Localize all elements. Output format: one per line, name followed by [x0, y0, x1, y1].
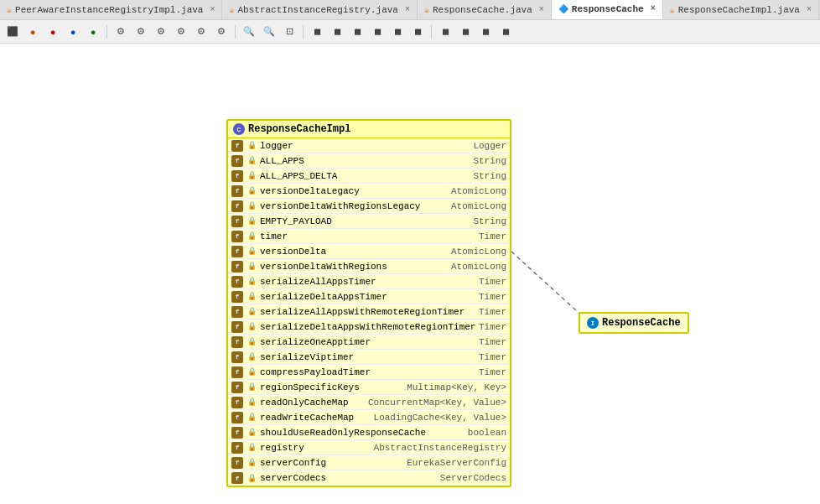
field-row: f 🔒 regionSpecificKeys Multimap<Key, Key…	[228, 380, 510, 395]
field-row: f 🔒 serializeDeltaAppsTimer Timer	[228, 289, 510, 304]
field-lock-icon: 🔒	[246, 442, 257, 454]
field-visibility-icon: f	[231, 351, 243, 363]
tab-label: ResponseCache.java	[433, 5, 532, 15]
toolbar-btn-12[interactable]: ◼	[308, 23, 326, 40]
toolbar-btn-15[interactable]: ◼	[368, 23, 387, 40]
toolbar-btn-3[interactable]: ●	[44, 23, 62, 40]
class-name: ResponseCacheImpl	[248, 123, 350, 135]
tab-close-btn[interactable]: ×	[539, 5, 544, 14]
field-name: serializeAllAppsTimer	[260, 277, 476, 287]
tab-abstract-instance[interactable]: ☕ AbstractInstanceRegistry.java ×	[222, 0, 417, 19]
field-type: Timer	[479, 307, 506, 317]
class-icon: C	[233, 123, 245, 135]
field-row: f 🔒 serializeOneApptimer Timer	[228, 335, 510, 350]
main-area: C ResponseCacheImpl f 🔒 logger Logger f …	[0, 44, 820, 504]
tab-response-cache-impl[interactable]: ☕ ResponseCacheImpl.java ×	[663, 0, 819, 19]
zoom-out-btn[interactable]: 🔍	[240, 23, 258, 40]
interface-icon: 🔷	[558, 4, 568, 14]
field-name: serverConfig	[260, 458, 404, 468]
field-type: AtomicLong	[451, 247, 506, 257]
field-type-registry: AbstractInstanceRegistry	[374, 443, 506, 453]
field-row: f 🔒 serializeViptimer Timer	[228, 350, 510, 365]
tab-close-btn[interactable]: ×	[651, 4, 656, 13]
field-visibility-icon: f	[231, 397, 243, 408]
field-type: LoadingCache<Key, Value>	[374, 413, 506, 423]
toolbar-btn-8[interactable]: ⚙	[152, 23, 170, 40]
field-visibility-icon: f	[231, 185, 243, 197]
tab-close-btn[interactable]: ×	[807, 5, 812, 14]
toolbar-btn-14[interactable]: ◼	[348, 23, 366, 40]
tab-peer-aware[interactable]: ☕ PeerAwareInstanceRegistryImpl.java ×	[0, 0, 222, 19]
field-lock-icon: 🔒	[246, 412, 257, 423]
toolbar-btn-10[interactable]: ⚙	[192, 23, 210, 40]
field-row: f 🔒 EMPTY_PAYLOAD String	[228, 214, 510, 229]
toolbar-btn-13[interactable]: ◼	[328, 23, 346, 40]
java-icon: ☕	[670, 5, 675, 15]
field-name: serverCodecs	[260, 473, 438, 483]
field-lock-icon: 🔒	[246, 397, 257, 408]
field-row: f 🔒 serializeAllAppsTimer Timer	[228, 274, 510, 289]
field-visibility-icon: f	[231, 427, 243, 439]
toolbar-btn-11[interactable]: ⚙	[212, 23, 231, 40]
svg-line-0	[511, 252, 587, 320]
field-visibility-icon: f	[231, 366, 243, 378]
field-visibility-icon: f	[231, 155, 243, 167]
field-name: logger	[260, 141, 470, 151]
field-lock-icon: 🔒	[246, 291, 257, 303]
toolbar-btn-1[interactable]: ⬛	[3, 23, 22, 40]
tab-label: ResponseCache	[572, 4, 644, 14]
toolbar-btn-20[interactable]: ◼	[476, 23, 495, 40]
field-type: Timer	[479, 367, 506, 377]
toolbar-btn-2[interactable]: ●	[23, 23, 42, 40]
field-type: String	[473, 171, 506, 181]
java-icon: ☕	[229, 5, 234, 15]
field-type: Timer	[479, 231, 506, 242]
field-visibility-icon: f	[231, 457, 243, 469]
field-name: ALL_APPS	[260, 156, 470, 166]
field-visibility-icon: f	[231, 261, 243, 273]
field-lock-icon: 🔒	[246, 306, 257, 318]
field-name: ALL_APPS_DELTA	[260, 171, 470, 181]
zoom-in-btn[interactable]: 🔍	[260, 23, 278, 40]
field-visibility-icon: f	[231, 231, 243, 242]
toolbar-btn-9[interactable]: ⚙	[172, 23, 190, 40]
field-type: ConcurrentMap<Key, Value>	[368, 397, 506, 408]
field-name: versionDeltaLegacy	[260, 186, 449, 196]
field-lock-icon: 🔒	[246, 366, 257, 378]
toolbar-btn-16[interactable]: ◼	[388, 23, 407, 40]
field-name: shouldUseReadOnlyResponseCache	[260, 428, 465, 438]
field-row: f 🔒 versionDeltaWithRegions AtomicLong	[228, 259, 510, 274]
class-header: C ResponseCacheImpl	[228, 121, 510, 138]
tab-close-btn[interactable]: ×	[210, 5, 215, 14]
toolbar-btn-19[interactable]: ◼	[456, 23, 475, 40]
fields-container: f 🔒 logger Logger f 🔒 ALL_APPS String f …	[228, 138, 510, 486]
field-lock-icon: 🔒	[246, 246, 257, 257]
diagram-canvas[interactable]: C ResponseCacheImpl f 🔒 logger Logger f …	[0, 44, 820, 504]
tab-close-btn[interactable]: ×	[405, 5, 410, 14]
toolbar-btn-18[interactable]: ◼	[436, 23, 454, 40]
field-name-registry: registry	[260, 443, 371, 453]
zoom-fit-btn[interactable]: ⊡	[280, 23, 298, 40]
field-visibility-icon: f	[231, 200, 243, 212]
field-lock-icon: 🔒	[246, 336, 257, 348]
toolbar-btn-17[interactable]: ◼	[408, 23, 427, 40]
field-type: Logger	[473, 141, 506, 151]
toolbar-btn-6[interactable]: ⚙	[112, 23, 130, 40]
tab-response-cache[interactable]: 🔷 ResponseCache ×	[552, 0, 663, 19]
tab-label: ResponseCacheImpl.java	[678, 5, 800, 15]
tab-response-cache-java[interactable]: ☕ ResponseCache.java ×	[418, 0, 552, 19]
field-lock-icon: 🔒	[246, 185, 257, 197]
toolbar-btn-21[interactable]: ◼	[496, 23, 515, 40]
field-name: versionDeltaWithRegionsLegacy	[260, 201, 449, 211]
field-name: serializeViptimer	[260, 352, 476, 362]
response-cache-name: ResponseCache	[602, 317, 681, 329]
field-lock-icon: 🔒	[246, 351, 257, 363]
toolbar-btn-7[interactable]: ⚙	[132, 23, 150, 40]
toolbar-btn-4[interactable]: ●	[64, 23, 82, 40]
field-row: f 🔒 serializeDeltaAppsWithRemoteRegionTi…	[228, 320, 510, 335]
field-row: f 🔒 versionDeltaWithRegionsLegacy Atomic…	[228, 199, 510, 214]
toolbar-btn-5[interactable]: ●	[84, 23, 102, 40]
field-row: f 🔒 versionDelta AtomicLong	[228, 244, 510, 259]
field-type: String	[473, 156, 506, 166]
field-lock-icon: 🔒	[246, 261, 257, 273]
